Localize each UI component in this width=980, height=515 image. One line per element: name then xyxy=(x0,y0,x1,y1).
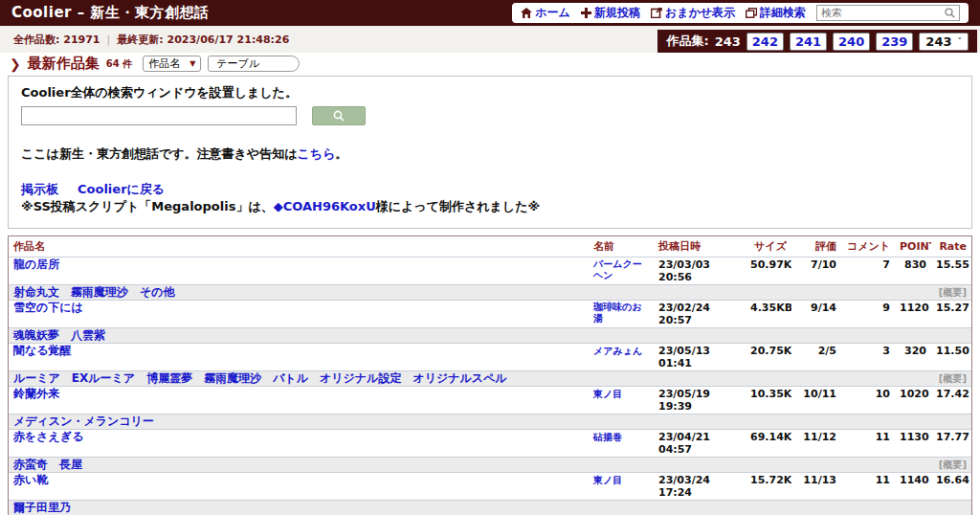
layers-icon xyxy=(746,8,757,18)
collection-link-241[interactable]: 241 xyxy=(790,33,827,51)
work-rating: 11/13 xyxy=(791,473,841,501)
view-mode-select[interactable]: テーブル xyxy=(208,56,300,72)
work-tags[interactable]: メディスン・メランコリー xyxy=(13,414,154,428)
work-rate: 17.42 xyxy=(931,387,971,414)
page: Coolier – 新生・東方創想話 ホーム 新規投稿 おまかせ表示 xyxy=(0,0,980,515)
work-comments: 7 xyxy=(841,258,895,285)
collection-dropdown[interactable]: 243 ˅ xyxy=(919,33,969,51)
bbs-link[interactable]: 掲示板 xyxy=(21,181,58,198)
site-search-row xyxy=(21,106,959,125)
nav-detail-search[interactable]: 詳細検索 xyxy=(746,5,806,21)
notice-line1: Coolier全体の検索ウィンドウを設置しました。 xyxy=(21,84,959,101)
board-links-row: 掲示板 Coolierに戻る xyxy=(21,181,959,198)
work-posted: 23/03/24 17:24 xyxy=(654,473,746,501)
total-works-label: 全作品数: xyxy=(13,33,59,47)
col-rating: 評価 xyxy=(791,236,841,258)
collection-label: 作品集: xyxy=(666,33,708,50)
work-author-link[interactable]: 東ノ目 xyxy=(593,475,622,486)
work-rating: 10/11 xyxy=(791,387,841,414)
home-icon xyxy=(521,8,532,18)
work-point: 1140 xyxy=(895,473,931,501)
work-title-row: 闇なる覚醒 メアみょん 23/05/13 01:41 20.75KB 2/5 3… xyxy=(9,344,971,371)
work-tags[interactable]: 射命丸文 霧雨魔理沙 その他 xyxy=(13,285,175,299)
notice-here-link[interactable]: こちら xyxy=(297,146,335,161)
overview-link[interactable]: [概要] xyxy=(939,459,967,470)
collection-link-240[interactable]: 240 xyxy=(833,33,870,51)
col-title: 作品名 xyxy=(9,236,589,258)
work-title-link[interactable]: 鈴蘭外来 xyxy=(13,387,59,400)
work-author-link[interactable]: 東ノ目 xyxy=(593,389,622,400)
collection-link-239[interactable]: 239 xyxy=(876,33,913,51)
nav-random[interactable]: おまかせ表示 xyxy=(651,5,735,21)
work-rate: 11.50 xyxy=(931,344,971,371)
collection-link-242[interactable]: 242 xyxy=(746,33,784,51)
overview-link[interactable]: [概要] xyxy=(939,287,967,298)
work-comments: 9 xyxy=(841,301,895,328)
work-rate: 15.27 xyxy=(931,301,971,328)
work-size: 50.97KB xyxy=(746,258,791,285)
work-tags-row: 射命丸文 霧雨魔理沙 その他 [概要] xyxy=(9,285,971,301)
subheader-bar: 全作品数: 21971 | 最終更新: 2023/06/17 21:48:26 … xyxy=(0,26,980,53)
work-title-link[interactable]: 赤い靴 xyxy=(13,473,48,486)
table-header-row: 作品名 名前 投稿日時 サイズ 評価 コメント POINT Rate xyxy=(9,236,971,258)
sort-select[interactable]: 作品名 ▼ xyxy=(143,56,201,72)
site-search-input[interactable] xyxy=(21,106,297,125)
works-tbody: 龍の居所 バームクーヘン 23/03/03 20:56 50.97KB 7/10… xyxy=(9,258,971,515)
col-rate: Rate xyxy=(931,236,971,258)
header-bar: Coolier – 新生・東方創想話 ホーム 新規投稿 おまかせ表示 xyxy=(0,0,980,26)
section-arrow-icon: ❯ xyxy=(10,56,21,72)
work-author-link[interactable]: メアみょん xyxy=(593,346,642,357)
work-point: 1120 xyxy=(895,301,931,328)
work-point: 1020 xyxy=(895,387,931,414)
work-tags[interactable]: 爾子田里乃 xyxy=(13,501,71,514)
work-posted: 23/04/21 04:57 xyxy=(654,430,746,458)
work-comments: 10 xyxy=(841,387,895,414)
work-author-link[interactable]: 珈琲味のお湯 xyxy=(593,302,649,325)
work-size: 10.35KB xyxy=(746,387,791,414)
work-author-link[interactable]: バームクーヘン xyxy=(593,258,649,281)
overview-link[interactable]: [概要] xyxy=(939,373,967,384)
work-tags-row: メディスン・メランコリー xyxy=(9,414,971,430)
work-rate: 17.77 xyxy=(931,430,971,458)
work-rate: 16.64 xyxy=(931,473,971,501)
work-tags[interactable]: ルーミア EXルーミア 博麗霊夢 霧雨魔理沙 バトル オリジナル設定 オリジナル… xyxy=(13,371,507,385)
magnifier-icon xyxy=(333,110,345,122)
work-size: 20.75KB xyxy=(746,344,791,371)
last-updated-value: 2023/06/17 21:48:26 xyxy=(167,34,290,46)
work-title-row: 雪空の下には 珈琲味のお湯 23/02/24 20:57 4.35KB 9/14… xyxy=(9,301,971,328)
work-size: 15.72KB xyxy=(746,473,791,501)
nav-new-post[interactable]: 新規投稿 xyxy=(581,5,640,21)
chevron-down-icon: ˅ xyxy=(958,34,963,50)
back-to-coolier-link[interactable]: Coolierに戻る xyxy=(78,181,165,198)
work-author-link[interactable]: 砧揚巻 xyxy=(593,432,622,443)
work-title-row: 赤をさえぎる 砧揚巻 23/04/21 04:57 69.14KB 11/12 … xyxy=(9,430,971,458)
author-credit-link[interactable]: ◆COAH96KoxU xyxy=(274,199,376,213)
work-title-link[interactable]: 雪空の下には xyxy=(13,301,83,314)
work-title-link[interactable]: 闇なる覚醒 xyxy=(13,344,72,357)
work-comments: 11 xyxy=(841,430,895,458)
work-tags[interactable]: 赤蛮奇 長屋 xyxy=(13,458,82,471)
work-tags-row: 魂魄妖夢 八雲紫 xyxy=(9,328,971,344)
select-arrow-icon: ▼ xyxy=(189,59,195,68)
section-header: ❯ 最新作品集 64 件 作品名 ▼ テーブル xyxy=(0,53,980,74)
header-search-box xyxy=(816,5,960,21)
search-icon[interactable] xyxy=(945,8,955,18)
site-title: Coolier – 新生・東方創想話 xyxy=(11,4,209,22)
work-size: 4.35KB xyxy=(746,301,791,328)
stats-divider: | xyxy=(107,34,111,46)
header-search-input[interactable] xyxy=(821,7,945,19)
work-posted: 23/05/13 01:41 xyxy=(654,344,746,371)
work-title-row: 鈴蘭外来 東ノ目 23/05/19 19:39 10.35KB 10/11 10… xyxy=(9,387,971,414)
work-title-link[interactable]: 龍の居所 xyxy=(13,258,59,271)
col-comments: コメント xyxy=(841,236,895,258)
nav-home[interactable]: ホーム xyxy=(521,5,570,21)
work-rating: 9/14 xyxy=(791,301,841,328)
work-title-link[interactable]: 赤をさえぎる xyxy=(13,430,83,443)
site-search-button[interactable] xyxy=(312,106,366,125)
work-tags[interactable]: 魂魄妖夢 八雲紫 xyxy=(13,328,105,342)
work-rate: 15.55 xyxy=(931,258,971,285)
work-rating: 11/12 xyxy=(791,430,841,458)
collection-current: 243 xyxy=(715,34,741,49)
work-tags-row: 爾子田里乃 xyxy=(9,501,971,515)
last-updated-label: 最終更新: xyxy=(117,33,163,47)
